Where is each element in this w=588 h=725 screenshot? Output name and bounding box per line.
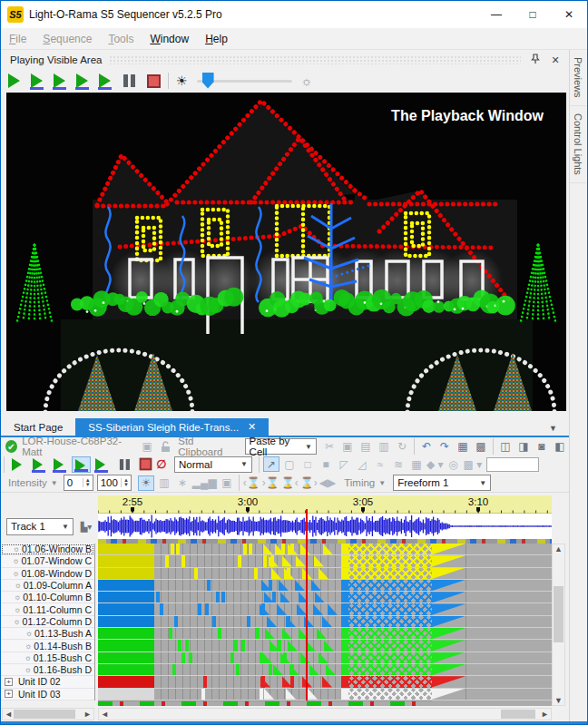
channel-config-icon[interactable]: ☼	[12, 569, 19, 578]
stretch-left-icon[interactable]: ⌛‹	[281, 475, 299, 491]
channel-row-01-10-column-b[interactable]: ☼01.10-Column B	[1, 592, 94, 603]
grid-row[interactable]	[98, 555, 552, 567]
channel-config-icon[interactable]: ☼	[14, 605, 21, 614]
ramp-down-tool-icon[interactable]: ◿	[354, 456, 370, 472]
channel-row-01-06-window-b[interactable]: ☼01.06-Window B	[1, 544, 94, 555]
brightness-light-icon[interactable]: ☼	[301, 73, 313, 88]
intensity-max-spinner[interactable]: 100 ▲▼	[97, 475, 132, 491]
tab-start-page[interactable]: Start Page	[1, 419, 75, 436]
tab-list-dropdown-icon[interactable]: ▼	[549, 424, 557, 433]
no-audio-icon[interactable]: ∅	[153, 456, 170, 472]
grid-row[interactable]	[98, 676, 552, 688]
grid-row[interactable]	[98, 689, 552, 701]
audio-waveform[interactable]	[98, 514, 552, 539]
chase-icon[interactable]: ▥	[156, 475, 172, 491]
chart-icon[interactable]: ▂▄▆	[192, 475, 217, 491]
side-tab-control-lights[interactable]: Control Lights	[570, 106, 586, 183]
paste-special-icon[interactable]: ▥	[376, 439, 392, 455]
intensity-min-spinner[interactable]: 0 ▲▼	[64, 475, 93, 491]
tool-value-input[interactable]	[486, 457, 539, 472]
grid-tool-icon[interactable]: ▦	[408, 456, 425, 472]
scroll-left-arrow[interactable]: ◄	[5, 710, 13, 719]
flip-vertical-icon[interactable]: ◫	[497, 439, 514, 455]
channel-config-icon[interactable]: ☼	[13, 617, 20, 626]
scroll-left-arrow[interactable]: ◄	[101, 710, 109, 719]
light-bulb-icon[interactable]: ☀	[138, 475, 154, 491]
time-ruler[interactable]: 2:553:003:053:10	[98, 495, 552, 514]
pin-icon[interactable]	[528, 54, 543, 66]
track-options-icon[interactable]: ▙▾	[78, 519, 94, 534]
brightness-slider[interactable]	[197, 80, 292, 83]
channel-panel-scrollbar[interactable]: ◄ ►	[2, 708, 94, 720]
scroll-down-arrow[interactable]: ▼	[554, 696, 563, 705]
stop-button[interactable]	[147, 74, 161, 88]
twinkle-tool-icon[interactable]: ≈	[372, 456, 388, 472]
swap-icon[interactable]: ◧	[552, 439, 568, 455]
channel-config-icon[interactable]: ☼	[24, 642, 32, 651]
grid-row[interactable]	[98, 592, 552, 603]
stop-button-2[interactable]	[140, 458, 152, 471]
menu-help[interactable]: Help	[197, 30, 236, 48]
ramp-up-tool-icon[interactable]: ◸	[336, 456, 352, 472]
expand-icon[interactable]: +	[5, 678, 13, 686]
channel-config-icon[interactable]: ☼	[24, 653, 32, 662]
cut-icon[interactable]: ✂	[321, 439, 338, 455]
channel-config-icon[interactable]: ☼	[12, 556, 19, 565]
grid-row[interactable]	[98, 544, 552, 555]
grid-row[interactable]	[98, 616, 552, 628]
track-select[interactable]: Track 1▼	[6, 518, 74, 535]
vscroll-thumb[interactable]	[554, 586, 564, 642]
close-button[interactable]: ✕	[551, 1, 587, 28]
play-visible-button[interactable]	[28, 72, 48, 90]
thumbnails-icon[interactable]: ▩	[473, 439, 489, 455]
scroll-right-arrow[interactable]: ►	[83, 710, 92, 719]
sequence-grid[interactable]	[98, 544, 552, 701]
ss-tool-icon[interactable]: ▩ ▾	[464, 456, 483, 472]
sparkle-icon[interactable]: ∗	[174, 475, 191, 491]
tab-ss-siberian-sleigh-ride-trans-[interactable]: SS-Siberian Sleigh Ride-Trans...✕	[75, 418, 269, 436]
tab-close-icon[interactable]: ✕	[248, 421, 256, 433]
channel-row-01-16-bush-d[interactable]: ☼01.16-Bush D	[1, 664, 94, 676]
pointer-tool-icon[interactable]: ↗	[263, 456, 279, 472]
play-loop-button[interactable]	[96, 72, 116, 90]
channel-row-01-07-window-c[interactable]: ☼01.07-Window C	[1, 555, 94, 567]
channel-row-01-13-bush-a[interactable]: ☼01.13-Bush A	[1, 628, 94, 640]
shift-left-icon[interactable]: ‹⌛	[243, 475, 260, 491]
lock-icon[interactable]	[157, 439, 173, 455]
spiral-tool-icon[interactable]: ◎	[446, 456, 462, 472]
grid-row[interactable]	[98, 640, 552, 652]
panel-close-icon[interactable]: ✕	[548, 54, 563, 66]
timing-grid-select[interactable]: Freeform 1▼	[393, 475, 491, 491]
play-mode-select[interactable]: Normal▼	[174, 456, 252, 473]
grid-row[interactable]	[98, 603, 552, 615]
scroll-right-arrow[interactable]: ►	[541, 710, 549, 719]
channel-config-icon[interactable]: ☼	[25, 629, 33, 638]
menu-window[interactable]: Window	[142, 30, 197, 48]
rect-filled-tool-icon[interactable]: ■	[318, 456, 334, 472]
mute-icon[interactable]: ◙	[534, 439, 550, 455]
grid-row[interactable]	[98, 652, 552, 664]
play-from-start-button-2[interactable]	[51, 456, 70, 473]
grid-row[interactable]	[98, 628, 552, 640]
channel-config-icon[interactable]: ☼	[24, 665, 32, 674]
side-tab-previews[interactable]: Previews	[570, 50, 586, 106]
save-icon[interactable]: ▣	[139, 439, 155, 455]
grid-horizontal-scrollbar[interactable]: ◄ ►	[98, 708, 552, 720]
redo-icon[interactable]: ↷	[436, 439, 453, 455]
reload-icon[interactable]: ↻	[394, 439, 410, 455]
play-selected-button-2[interactable]	[72, 456, 91, 473]
hscroll-left-thumb[interactable]	[14, 710, 75, 719]
shapes-tool-icon[interactable]: ◆ ▾	[426, 456, 444, 472]
grid-vertical-scrollbar[interactable]: ▲ ▼	[552, 544, 565, 706]
scroll-up-arrow[interactable]: ▲	[554, 544, 563, 554]
grid-row[interactable]	[98, 664, 552, 676]
brightness-dark-icon[interactable]: ☀	[176, 73, 188, 88]
expand-icon[interactable]: +	[5, 690, 13, 698]
brightness-slider-thumb[interactable]	[202, 73, 214, 89]
channel-config-icon[interactable]: ☼	[14, 581, 21, 590]
undo-icon[interactable]: ↶	[418, 439, 435, 455]
channel-row-01-15-bush-c[interactable]: ☼01.15-Bush C	[1, 652, 94, 664]
split-icon[interactable]: ◀▶	[319, 475, 336, 491]
paste-icon[interactable]: ▤	[358, 439, 374, 455]
play-button[interactable]	[5, 72, 25, 90]
